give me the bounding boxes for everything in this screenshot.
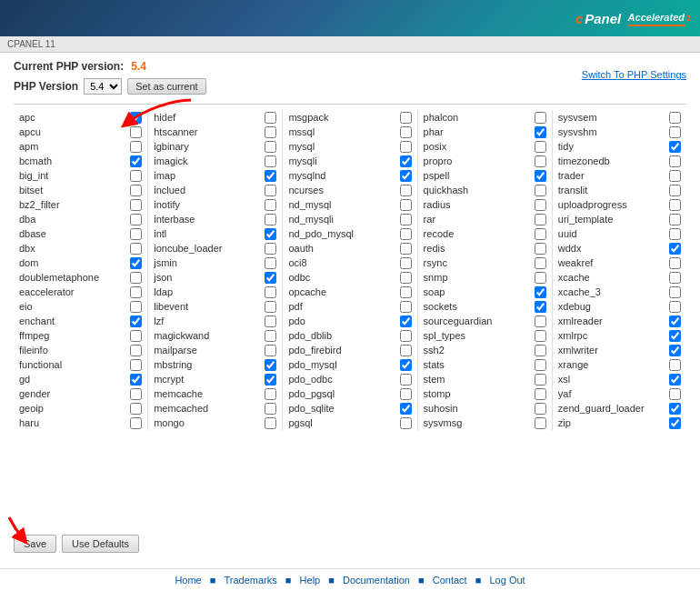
ext-checkbox-imap[interactable] <box>265 170 276 182</box>
ext-checkbox-pdf[interactable] <box>400 301 412 313</box>
ext-checkbox-nd_mysqli[interactable] <box>400 214 412 225</box>
ext-checkbox-dom[interactable] <box>130 257 142 269</box>
ext-checkbox-tidy[interactable] <box>669 141 681 153</box>
ext-checkbox-mongo[interactable] <box>265 417 276 429</box>
set-current-button[interactable]: Set as current <box>127 78 205 95</box>
ext-checkbox-stats[interactable] <box>535 359 546 371</box>
ext-checkbox-ffmpeg[interactable] <box>130 330 142 342</box>
ext-checkbox-stem[interactable] <box>535 374 546 386</box>
ext-checkbox-hidef[interactable] <box>265 112 276 124</box>
ext-checkbox-lzf[interactable] <box>265 316 276 327</box>
footer-trademarks[interactable]: Trademarks <box>225 575 277 586</box>
ext-checkbox-sockets[interactable] <box>535 301 546 313</box>
ext-checkbox-xrange[interactable] <box>669 359 681 371</box>
ext-checkbox-inclued[interactable] <box>265 185 276 196</box>
ext-checkbox-libevent[interactable] <box>265 301 276 313</box>
ext-checkbox-recode[interactable] <box>535 228 546 240</box>
ext-checkbox-spl_types[interactable] <box>535 330 546 342</box>
footer-contact[interactable]: Contact <box>433 575 467 586</box>
ext-checkbox-dbase[interactable] <box>130 228 142 240</box>
ext-checkbox-pdo_dblib[interactable] <box>400 330 412 342</box>
ext-checkbox-suhosin[interactable] <box>535 403 546 415</box>
ext-checkbox-doublemetaphone[interactable] <box>130 272 142 284</box>
ext-checkbox-oauth[interactable] <box>400 243 412 255</box>
ext-checkbox-apcu[interactable] <box>130 126 142 138</box>
ext-checkbox-intl[interactable] <box>265 228 276 240</box>
ext-checkbox-apc[interactable] <box>130 112 142 124</box>
ext-checkbox-opcache[interactable] <box>400 286 412 298</box>
ext-checkbox-yaf[interactable] <box>669 388 681 400</box>
ext-checkbox-trader[interactable] <box>669 170 681 182</box>
ext-checkbox-ncurses[interactable] <box>400 185 412 196</box>
ext-checkbox-memcached[interactable] <box>265 403 276 415</box>
footer-home[interactable]: Home <box>175 575 201 586</box>
ext-checkbox-xdebug[interactable] <box>669 301 681 313</box>
ext-checkbox-inotify[interactable] <box>265 199 276 211</box>
ext-checkbox-mysqlnd[interactable] <box>400 170 412 182</box>
ext-checkbox-imagick[interactable] <box>265 155 276 167</box>
ext-checkbox-phalcon[interactable] <box>535 112 546 124</box>
ext-checkbox-pgsql[interactable] <box>400 417 412 429</box>
footer-help[interactable]: Help <box>300 575 321 586</box>
ext-checkbox-fileinfo[interactable] <box>130 345 142 356</box>
ext-checkbox-odbc[interactable] <box>400 272 412 284</box>
ext-checkbox-sysvsem[interactable] <box>669 112 681 124</box>
ext-checkbox-bcmath[interactable] <box>130 155 142 167</box>
ext-checkbox-quickhash[interactable] <box>535 185 546 196</box>
ext-checkbox-igbinary[interactable] <box>265 141 276 153</box>
ext-checkbox-translit[interactable] <box>669 185 681 196</box>
ext-checkbox-mcrypt[interactable] <box>265 374 276 386</box>
ext-checkbox-mysql[interactable] <box>400 141 412 153</box>
ext-checkbox-eaccelerator[interactable] <box>130 286 142 298</box>
ext-checkbox-pdo_mysql[interactable] <box>400 359 412 371</box>
ext-checkbox-jsmin[interactable] <box>265 257 276 269</box>
ext-checkbox-eio[interactable] <box>130 301 142 313</box>
ext-checkbox-msgpack[interactable] <box>400 112 412 124</box>
ext-checkbox-dbx[interactable] <box>130 243 142 255</box>
ext-checkbox-uri_template[interactable] <box>669 214 681 225</box>
ext-checkbox-sourceguardian[interactable] <box>535 316 546 327</box>
ext-checkbox-xcache_3[interactable] <box>669 286 681 298</box>
ext-checkbox-weakref[interactable] <box>669 257 681 269</box>
ext-checkbox-mssql[interactable] <box>400 126 412 138</box>
ext-checkbox-zend_guard_loader[interactable] <box>669 403 681 415</box>
ext-checkbox-memcache[interactable] <box>265 388 276 400</box>
ext-checkbox-xsl[interactable] <box>669 374 681 386</box>
ext-checkbox-radius[interactable] <box>535 199 546 211</box>
ext-checkbox-pdo[interactable] <box>400 316 412 327</box>
ext-checkbox-nd_mysql[interactable] <box>400 199 412 211</box>
ext-checkbox-functional[interactable] <box>130 359 142 371</box>
ext-checkbox-zip[interactable] <box>669 417 681 429</box>
ext-checkbox-geoip[interactable] <box>130 403 142 415</box>
ext-checkbox-haru[interactable] <box>130 417 142 429</box>
ext-checkbox-htscanner[interactable] <box>265 126 276 138</box>
ext-checkbox-pdo_pgsql[interactable] <box>400 388 412 400</box>
footer-documentation[interactable]: Documentation <box>343 575 410 586</box>
ext-checkbox-pdo_firebird[interactable] <box>400 345 412 356</box>
ext-checkbox-phar[interactable] <box>535 126 546 138</box>
ext-checkbox-propro[interactable] <box>535 155 546 167</box>
ext-checkbox-gender[interactable] <box>130 388 142 400</box>
ext-checkbox-xcache[interactable] <box>669 272 681 284</box>
ext-checkbox-sysvmsg[interactable] <box>535 417 546 429</box>
switch-php-link[interactable]: Switch To PHP Settings <box>582 69 686 80</box>
ext-checkbox-rsync[interactable] <box>535 257 546 269</box>
ext-checkbox-interbase[interactable] <box>265 214 276 225</box>
ext-checkbox-enchant[interactable] <box>130 316 142 327</box>
ext-checkbox-snmp[interactable] <box>535 272 546 284</box>
php-version-select[interactable]: 5.4 5.3 5.5 5.6 <box>84 78 122 95</box>
ext-checkbox-gd[interactable] <box>130 374 142 386</box>
ext-checkbox-ldap[interactable] <box>265 286 276 298</box>
ext-checkbox-json[interactable] <box>265 272 276 284</box>
ext-checkbox-dba[interactable] <box>130 214 142 225</box>
ext-checkbox-xmlwriter[interactable] <box>669 345 681 356</box>
ext-checkbox-wddx[interactable] <box>669 243 681 255</box>
ext-checkbox-nd_pdo_mysql[interactable] <box>400 228 412 240</box>
ext-checkbox-xmlreader[interactable] <box>669 316 681 327</box>
ext-checkbox-ssh2[interactable] <box>535 345 546 356</box>
ext-checkbox-mysqli[interactable] <box>400 155 412 167</box>
ext-checkbox-big_int[interactable] <box>130 170 142 182</box>
ext-checkbox-pdo_odbc[interactable] <box>400 374 412 386</box>
ext-checkbox-sysvshm[interactable] <box>669 126 681 138</box>
ext-checkbox-pdo_sqlite[interactable] <box>400 403 412 415</box>
